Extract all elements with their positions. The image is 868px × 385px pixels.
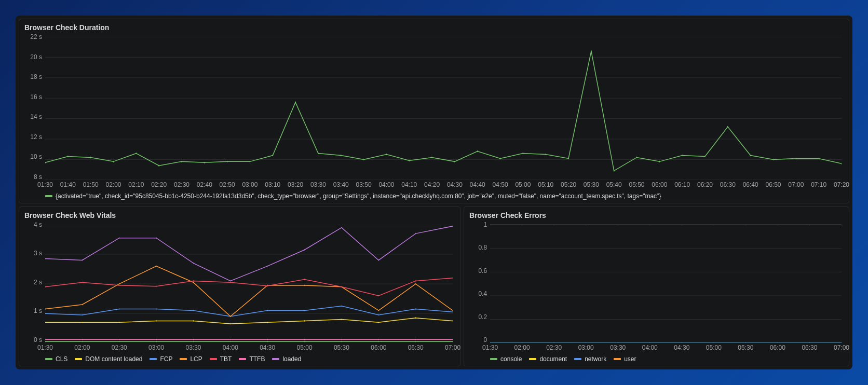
- svg-point-35: [659, 161, 660, 162]
- x-tick: 03:30: [185, 344, 201, 351]
- svg-point-124: [156, 237, 157, 239]
- panel-errors[interactable]: Browser Check Errors 10.80.60.40.20 01:3…: [464, 207, 849, 366]
- svg-point-98: [82, 282, 83, 283]
- svg-point-24: [409, 160, 410, 161]
- svg-point-180: [649, 225, 650, 225]
- x-tick: 07:10: [811, 181, 826, 188]
- svg-point-62: [82, 322, 83, 323]
- svg-point-80: [304, 310, 305, 311]
- legend-item[interactable]: loaded: [272, 355, 301, 363]
- y-tick: 18 s: [24, 74, 42, 80]
- legend-item[interactable]: CLS: [45, 355, 67, 363]
- svg-point-131: [415, 233, 416, 235]
- svg-point-21: [341, 155, 342, 156]
- svg-point-18: [272, 155, 273, 156]
- svg-point-13: [158, 165, 159, 167]
- x-tick: 07:20: [834, 181, 849, 188]
- legend-label: console: [500, 355, 522, 363]
- x-tick: 04:50: [493, 181, 508, 188]
- x-tick: 04:10: [401, 181, 417, 188]
- svg-point-42: [818, 158, 819, 159]
- svg-point-53: [193, 341, 194, 342]
- svg-point-43: [841, 163, 842, 164]
- svg-point-123: [119, 237, 119, 239]
- legend-swatch: [150, 358, 157, 360]
- legend-item[interactable]: network: [574, 355, 606, 363]
- svg-point-165: [554, 342, 554, 343]
- x-tick: 02:40: [197, 181, 212, 188]
- svg-point-37: [704, 156, 706, 157]
- legend-item[interactable]: document: [529, 355, 567, 363]
- svg-point-167: [618, 342, 618, 343]
- y-tick: 1 s: [24, 308, 42, 314]
- svg-point-171: [745, 342, 746, 343]
- svg-point-102: [230, 282, 230, 283]
- svg-point-89: [193, 282, 194, 283]
- x-tick: 03:20: [288, 181, 303, 188]
- x-tick: 05:10: [538, 181, 553, 188]
- svg-point-127: [267, 265, 268, 267]
- x-tick: 04:30: [674, 344, 689, 351]
- svg-point-170: [713, 342, 714, 343]
- svg-point-74: [82, 314, 83, 315]
- svg-point-25: [431, 157, 432, 158]
- chart-vitals[interactable]: 4 s3 s2 s1 s0 s 01:3002:0002:3003:0003:3…: [24, 222, 455, 353]
- svg-point-68: [304, 320, 305, 322]
- legend-item[interactable]: TTFB: [239, 355, 265, 363]
- legend-item[interactable]: TBT: [210, 355, 232, 363]
- svg-point-115: [267, 339, 268, 340]
- svg-point-90: [230, 315, 230, 317]
- svg-point-183: [745, 225, 746, 225]
- x-tick: 02:30: [112, 344, 127, 351]
- svg-point-113: [193, 339, 194, 340]
- svg-point-22: [363, 159, 364, 160]
- legend-label: network: [585, 355, 606, 363]
- svg-point-26: [454, 161, 455, 162]
- svg-point-88: [156, 265, 157, 267]
- legend-item[interactable]: LCP: [180, 355, 202, 363]
- x-tick: 01:30: [37, 344, 53, 351]
- svg-point-30: [545, 154, 546, 155]
- x-tick: 04:00: [642, 344, 658, 351]
- legend-item[interactable]: console: [490, 355, 522, 363]
- svg-point-28: [500, 158, 501, 159]
- x-tick: 07:00: [445, 344, 460, 351]
- legend-item[interactable]: FCP: [150, 355, 172, 363]
- panel-title: Browser Check Web Vitals: [24, 211, 455, 219]
- svg-point-110: [82, 339, 83, 340]
- x-tick: 03:30: [310, 181, 326, 188]
- x-tick: 03:40: [333, 181, 349, 188]
- svg-point-181: [682, 225, 682, 225]
- panel-vitals[interactable]: Browser Check Web Vitals 4 s3 s2 s1 s0 s…: [19, 207, 460, 366]
- svg-point-166: [586, 342, 586, 343]
- svg-point-129: [341, 227, 342, 228]
- svg-point-128: [304, 249, 305, 251]
- panel-duration[interactable]: Browser Check Duration 22 s20 s18 s16 s1…: [19, 19, 849, 203]
- svg-point-119: [415, 339, 416, 340]
- legend-item[interactable]: DOM content loaded: [75, 355, 142, 363]
- svg-point-94: [378, 310, 379, 311]
- svg-point-83: [415, 308, 416, 310]
- y-tick: 16 s: [24, 94, 42, 100]
- x-tick: 04:40: [470, 181, 485, 188]
- svg-point-184: [778, 225, 778, 225]
- svg-point-29: [522, 153, 523, 154]
- svg-point-116: [304, 339, 305, 340]
- svg-point-114: [230, 339, 230, 340]
- svg-point-100: [156, 285, 157, 287]
- x-tick: 07:00: [834, 344, 849, 351]
- svg-point-59: [415, 341, 416, 342]
- y-tick: 0.2: [469, 314, 487, 320]
- chart-errors[interactable]: 10.80.60.40.20 01:3002:0002:3003:0003:30…: [469, 222, 844, 353]
- x-tick: 02:10: [128, 181, 144, 188]
- x-tick: 05:30: [334, 344, 349, 351]
- y-tick: 3 s: [24, 250, 42, 256]
- legend-item[interactable]: user: [614, 355, 636, 363]
- x-tick: 05:50: [629, 181, 645, 188]
- legend-item[interactable]: {activated="true", check_id="95c85045-bb…: [45, 192, 661, 200]
- chart-duration[interactable]: 22 s20 s18 s16 s14 s12 s10 s8 s 01:3001:…: [24, 34, 844, 190]
- svg-point-101: [193, 280, 194, 282]
- svg-point-63: [119, 322, 119, 323]
- x-tick: 05:30: [738, 344, 753, 351]
- legend-label: CLS: [56, 355, 67, 363]
